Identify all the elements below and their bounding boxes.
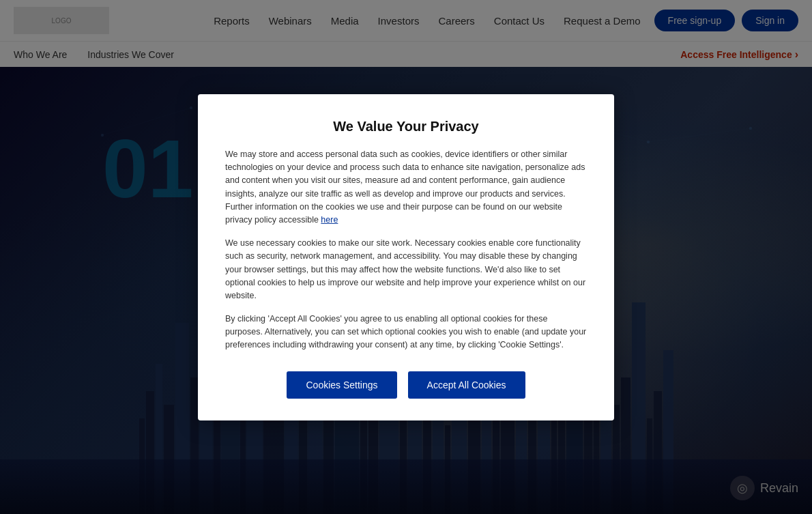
privacy-policy-link[interactable]: here xyxy=(321,215,338,225)
cookies-settings-button[interactable]: Cookies Settings xyxy=(287,371,396,399)
cookie-modal: We Value Your Privacy We may store and a… xyxy=(198,94,614,420)
modal-paragraph-2: We use necessary cookies to make our sit… xyxy=(225,237,587,303)
accept-all-cookies-button[interactable]: Accept All Cookies xyxy=(408,371,525,399)
modal-paragraph-1: We may store and access personal data su… xyxy=(225,147,587,227)
modal-buttons: Cookies Settings Accept All Cookies xyxy=(225,371,587,399)
modal-title: We Value Your Privacy xyxy=(225,118,587,134)
modal-paragraph-3: By clicking 'Accept All Cookies' you agr… xyxy=(225,313,587,352)
